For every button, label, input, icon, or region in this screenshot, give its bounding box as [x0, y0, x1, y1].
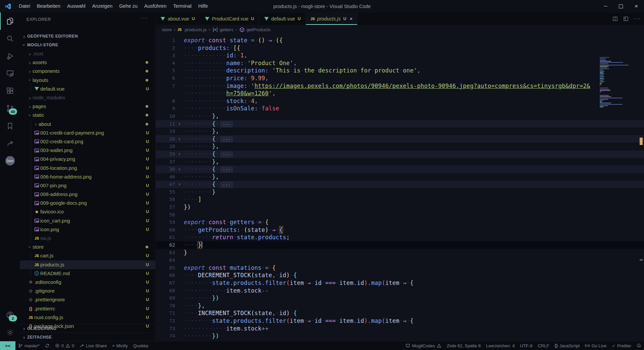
- activity-bookmarks-icon[interactable]: [0, 117, 20, 135]
- code-line-47[interactable]: 47›········{····: [156, 181, 644, 188]
- status-quokka[interactable]: Quokka: [130, 341, 151, 350]
- tree-item--editorconfig[interactable]: .editorconfigU: [20, 278, 155, 287]
- code-line-67[interactable]: 67········state.products.filter(item·⇒·i…: [156, 279, 644, 287]
- status-git-branch[interactable]: master*: [15, 341, 42, 350]
- breadcrumb-item-getproducts[interactable]: getProducts: [239, 27, 271, 33]
- status-remote-indicator[interactable]: ><: [0, 341, 15, 350]
- breadcrumb-item-products-js[interactable]: JSproducts.js: [177, 27, 207, 32]
- tab-close-icon[interactable]: ×: [350, 16, 353, 21]
- code-line-19[interactable]: 19········},: [156, 128, 644, 135]
- menu-terminal[interactable]: Terminal: [170, 0, 195, 12]
- code-line-57[interactable]: 57}): [156, 203, 644, 211]
- activity-json-avatar-icon[interactable]: Json: [0, 152, 20, 169]
- fold-chevron-icon[interactable]: ›: [175, 135, 184, 143]
- code-line-59[interactable]: 59export·const·getters·=·{: [156, 218, 644, 226]
- code-line-55[interactable]: 55········}: [156, 188, 644, 196]
- tree-item-about[interactable]: ›about: [20, 120, 155, 129]
- activity-account-icon[interactable]: 2: [0, 306, 20, 324]
- menu-ausführen[interactable]: Ausführen: [141, 0, 170, 12]
- code-line-74[interactable]: 74········}): [156, 332, 644, 340]
- code-line-2[interactable]: 2····products:·[{: [156, 44, 644, 52]
- tree-item-008-address-png[interactable]: 008-address.pngU: [20, 190, 155, 199]
- tree-item-nuxt-config-js[interactable]: JSnuxt.config.jsU: [20, 313, 155, 322]
- code-line-61[interactable]: 61········return·state.products;: [156, 234, 644, 241]
- tree-item--nuxt[interactable]: ›.nuxt: [20, 49, 155, 58]
- tree-item-sw-js[interactable]: JSsw.js: [20, 234, 155, 243]
- status-go-live[interactable]: Go Live: [582, 341, 609, 350]
- tree-item-002-credit-card-png[interactable]: 002-credit-card.pngU: [20, 137, 155, 146]
- tree-item-cart-js[interactable]: JScart.jsU: [20, 251, 155, 260]
- activity-search-icon[interactable]: [0, 30, 20, 47]
- minimize-button[interactable]: [598, 0, 613, 12]
- fold-chevron-icon[interactable]: ›: [175, 181, 184, 188]
- code-line-56[interactable]: 56····]: [156, 196, 644, 203]
- tree-item-assets[interactable]: ›assets: [20, 58, 155, 67]
- tree-item-009-google-docs-png[interactable]: 009-google-docs.pngU: [20, 199, 155, 207]
- code-line-8[interactable]: 8············stock:·4,: [156, 97, 644, 105]
- activity-settings-icon[interactable]: [0, 324, 20, 341]
- fold-chevron-icon[interactable]: ›: [175, 120, 184, 128]
- section-mogli-store[interactable]: ›MOGLI-STORE: [20, 41, 155, 49]
- code-line-72[interactable]: 72········state.products.filter(item·⇒·i…: [156, 317, 644, 325]
- tab-products-js[interactable]: JSproducts.jsU×: [306, 12, 358, 25]
- status-cursor-position[interactable]: Zeile 62, Spalte 6: [444, 341, 483, 350]
- code-line-7[interactable]: 7············image:·'https://images.pexe…: [156, 82, 644, 90]
- tree-item-readme-md[interactable]: README.mdU: [20, 269, 155, 278]
- section-ge-ffnete-editoren[interactable]: ›GEÖFFNETE EDITOREN: [20, 32, 155, 41]
- code-line-3[interactable]: 3············id:·1,: [156, 52, 644, 59]
- status-prettier[interactable]: ✓Prettier: [609, 341, 634, 350]
- close-button[interactable]: ×: [629, 0, 644, 12]
- status-live-share[interactable]: Live Share: [77, 341, 109, 350]
- status-indentation[interactable]: Leerzeichen: 4: [483, 341, 517, 350]
- tree-item-static[interactable]: ›static: [20, 111, 155, 119]
- sidebar-more-actions-icon[interactable]: ···: [141, 15, 148, 21]
- maximize-button[interactable]: [613, 0, 629, 12]
- tree-item-pages[interactable]: ›pages: [20, 102, 155, 111]
- code-line-71[interactable]: 71····INCREMENT_STOCK(state,·id)·{: [156, 309, 644, 317]
- status-language-mode[interactable]: {}JavaScript: [552, 341, 582, 350]
- status-minify[interactable]: ×Minify: [109, 341, 130, 350]
- code-line-28[interactable]: 28········},: [156, 143, 644, 150]
- breadcrumb-item-store[interactable]: store: [162, 27, 172, 32]
- tree-item-products-js[interactable]: JSproducts.jsU: [20, 260, 155, 269]
- tree-item-layouts[interactable]: ›layouts: [20, 76, 155, 85]
- code-line-63[interactable]: 63}: [156, 249, 644, 257]
- status-notifications[interactable]: [634, 341, 644, 350]
- code-line-6[interactable]: 6············price:·9.99,: [156, 74, 644, 82]
- fold-chevron-icon[interactable]: ›: [175, 150, 184, 158]
- tree-item-node-modules[interactable]: ›node_modules: [20, 93, 155, 102]
- code-line-38[interactable]: 38›········{····: [156, 165, 644, 173]
- tree-item-store[interactable]: ›store: [20, 243, 155, 251]
- code-line-4[interactable]: 4············name:·'Product·One',: [156, 59, 644, 67]
- tree-item-006-home-address-png[interactable]: 006-home-address.pngU: [20, 172, 155, 181]
- tree-item-components[interactable]: ›components: [20, 67, 155, 76]
- menu-bearbeiten[interactable]: Bearbeiten: [34, 0, 64, 12]
- tree-item--prettierignore[interactable]: .prettierignoreU: [20, 295, 155, 304]
- status-eol[interactable]: CRLF: [535, 341, 552, 350]
- tab-default-vue[interactable]: default.vueU: [259, 12, 306, 25]
- tree-item-005-location-png[interactable]: 005-location.pngU: [20, 163, 155, 172]
- code-line-46[interactable]: 46········},: [156, 173, 644, 181]
- more-actions-icon[interactable]: ···: [634, 15, 641, 22]
- tree-item-007-pin-png[interactable]: 007-pin.pngU: [20, 181, 155, 190]
- tree-item-icon-png[interactable]: icon.pngU: [20, 225, 155, 234]
- layout-icon[interactable]: [623, 16, 629, 22]
- menu-auswahl[interactable]: Auswahl: [64, 0, 89, 12]
- breadcrumb-item-getters[interactable]: getters: [212, 27, 233, 33]
- section-gliederung[interactable]: ›GLIEDERUNG: [20, 324, 155, 333]
- code-line-9[interactable]: 9············isOnSale:·false: [156, 105, 644, 112]
- menu-gehe-zu[interactable]: Gehe zu: [116, 0, 141, 12]
- status-encoding[interactable]: UTF-8: [518, 341, 535, 350]
- fold-chevron-icon[interactable]: ›: [175, 165, 184, 173]
- tree-item--gitignore[interactable]: .gitignoreU: [20, 287, 155, 295]
- code-line-58[interactable]: 58: [156, 211, 644, 219]
- code-line-62[interactable]: 62····}: [156, 241, 644, 249]
- tree-item-favicon-ico[interactable]: ★favicon.icoU: [20, 207, 155, 216]
- code-line-65[interactable]: 65export·const·mutations·=·{: [156, 264, 644, 272]
- status-sync-changes[interactable]: [42, 341, 52, 350]
- status-moglicodes[interactable]: MogliCodes: [403, 341, 444, 350]
- code-line-wrap[interactable]: ············h=750&w=1260',: [156, 90, 644, 97]
- tab-productcard-vue[interactable]: ProductCard.vueU: [200, 12, 259, 25]
- tree-item-icon-cart-png[interactable]: icon_cart.pngU: [20, 216, 155, 225]
- code-line-20[interactable]: 20›········{····: [156, 135, 644, 143]
